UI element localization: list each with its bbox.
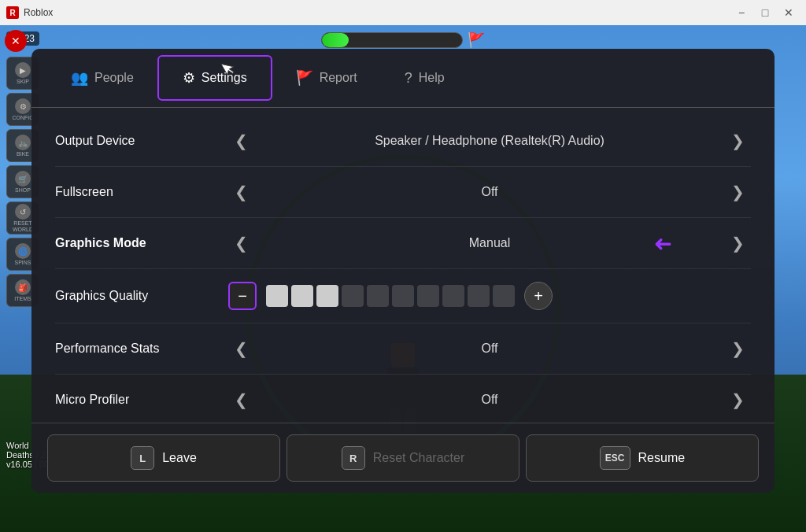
graphics-mode-row: Graphics Mode ❮ Manual ❯ ➜	[55, 218, 751, 269]
tab-report-label: Report	[320, 71, 357, 85]
spins-icon: 🌀	[15, 243, 31, 259]
skip-label: SKIP	[17, 79, 29, 84]
titlebar: R Roblox − □ ✕	[0, 0, 806, 25]
bike-icon: 🚲	[15, 135, 31, 150]
micro-profiler-prev[interactable]: ❮	[228, 387, 254, 412]
help-tab-icon: ?	[405, 70, 412, 87]
reset-world-label: RESET	[13, 220, 31, 226]
quality-bar-9	[468, 285, 490, 307]
window-title: Roblox	[24, 7, 730, 18]
performance-stats-control: ❮ Off ❯	[228, 336, 751, 361]
graphics-quality-increase[interactable]: +	[524, 282, 553, 310]
tab-people-label: People	[94, 71, 134, 85]
tab-settings[interactable]: ⚙ Settings	[157, 55, 272, 101]
graphics-quality-label: Graphics Quality	[55, 289, 228, 303]
output-device-control: ❮ Speaker / Headphone (Realtek(R) Audio)…	[228, 128, 751, 153]
game-area: 29:23 PROGRESS: 19% 🚩 ▶ SKIP ⚙ CONFIG 🚲 …	[0, 25, 806, 532]
output-device-prev[interactable]: ❮	[228, 128, 254, 153]
micro-profiler-row: Micro Profiler ❮ Off ❯	[55, 375, 751, 423]
resume-button[interactable]: ESC Resume	[526, 434, 759, 482]
reset-key-badge: R	[342, 446, 365, 470]
performance-stats-label: Performance Stats	[55, 342, 228, 356]
fullscreen-prev[interactable]: ❮	[228, 179, 254, 205]
tab-help-label: Help	[419, 71, 445, 85]
graphics-mode-prev[interactable]: ❮	[228, 231, 254, 256]
settings-content: Output Device ❮ Speaker / Headphone (Rea…	[31, 108, 775, 423]
quality-bar-6	[392, 285, 414, 307]
items-icon: 🎒	[15, 279, 31, 295]
tab-help[interactable]: ? Help	[381, 49, 468, 107]
reset-character-label: Reset Character	[373, 451, 465, 465]
settings-tab-icon: ⚙	[183, 69, 195, 87]
graphics-mode-label: Graphics Mode	[55, 236, 228, 250]
resume-key-badge: ESC	[600, 446, 630, 470]
output-device-label: Output Device	[55, 134, 228, 148]
tab-people[interactable]: 👥 People	[47, 49, 157, 107]
performance-stats-prev[interactable]: ❮	[228, 336, 254, 361]
items-label: ITEMS	[14, 296, 31, 301]
tab-report[interactable]: 🚩 Report	[272, 49, 381, 107]
quality-bar-4	[342, 285, 364, 307]
action-buttons: L Leave R Reset Character ESC Resume	[31, 423, 775, 493]
fullscreen-label: Fullscreen	[55, 185, 228, 199]
fullscreen-next[interactable]: ❯	[725, 179, 751, 205]
close-button[interactable]: ✕	[778, 5, 800, 20]
app-icon: R	[6, 6, 19, 19]
window-controls: − □ ✕	[730, 5, 800, 20]
leave-button[interactable]: L Leave	[47, 434, 280, 482]
output-device-value: Speaker / Headphone (Realtek(R) Audio)	[270, 134, 709, 148]
shop-icon: 🛒	[15, 171, 31, 187]
quality-bar-3	[316, 285, 338, 307]
menu-close-button[interactable]: ✕	[5, 30, 27, 52]
quality-bar-1	[266, 285, 288, 307]
micro-profiler-value: Off	[270, 393, 709, 407]
quality-bar-5	[367, 285, 389, 307]
report-tab-icon: 🚩	[296, 69, 313, 87]
graphics-quality-row: Graphics Quality −	[55, 269, 751, 323]
config-label: CONFIG	[12, 115, 33, 120]
shop-label: SHOP	[15, 187, 31, 193]
quality-bars	[266, 285, 515, 307]
reset-icon: ↺	[15, 204, 31, 220]
fullscreen-value: Off	[270, 185, 709, 199]
quality-bar-8	[442, 285, 464, 307]
tab-settings-label: Settings	[202, 71, 247, 85]
quality-bar-7	[417, 285, 439, 307]
progress-bar-fill	[322, 33, 349, 47]
tab-bar: 👥 People ⚙ Settings 🚩 Report ? Help	[31, 49, 775, 108]
quality-bar-2	[291, 285, 313, 307]
graphics-mode-next[interactable]: ❯	[725, 231, 751, 256]
fullscreen-row: Fullscreen ❮ Off ❯	[55, 167, 751, 218]
skip-icon: ▶	[15, 62, 31, 78]
people-tab-icon: 👥	[71, 69, 88, 87]
performance-stats-value: Off	[270, 342, 709, 356]
graphics-quality-control: − +	[228, 282, 751, 310]
maximize-button[interactable]: □	[754, 5, 776, 20]
micro-profiler-label: Micro Profiler	[55, 393, 228, 407]
progress-bar-track: PROGRESS: 19%	[321, 32, 463, 48]
performance-stats-row: Performance Stats ❮ Off ❯	[55, 323, 751, 375]
fullscreen-control: ❮ Off ❯	[228, 179, 751, 205]
bike-label: BIKE	[17, 151, 29, 157]
output-device-next[interactable]: ❯	[725, 128, 751, 153]
micro-profiler-control: ❮ Off ❯	[228, 387, 751, 412]
graphics-quality-decrease[interactable]: −	[228, 282, 257, 310]
minimize-button[interactable]: −	[730, 5, 752, 20]
graphics-mode-value: Manual	[270, 236, 709, 250]
micro-profiler-next[interactable]: ❯	[725, 387, 751, 412]
performance-stats-next[interactable]: ❯	[725, 336, 751, 361]
output-device-row: Output Device ❮ Speaker / Headphone (Rea…	[55, 116, 751, 167]
resume-label: Resume	[638, 451, 686, 465]
world-label: WORLD	[13, 227, 33, 232]
leave-label: Leave	[162, 451, 197, 465]
window: R Roblox − □ ✕ 29:23 PROGRESS: 19%	[0, 0, 806, 532]
spins-label: SPINS	[14, 260, 31, 265]
quality-bar-10	[493, 285, 515, 307]
menu-overlay: 👥 People ⚙ Settings 🚩 Report ? Help	[31, 49, 775, 493]
leave-key-badge: L	[131, 446, 154, 470]
flag-icon: 🚩	[468, 31, 485, 49]
reset-character-button[interactable]: R Reset Character	[287, 434, 519, 482]
progress-label: PROGRESS: 19%	[322, 47, 462, 48]
config-icon: ⚙	[15, 98, 31, 114]
graphics-mode-control: ❮ Manual ❯	[228, 231, 751, 256]
